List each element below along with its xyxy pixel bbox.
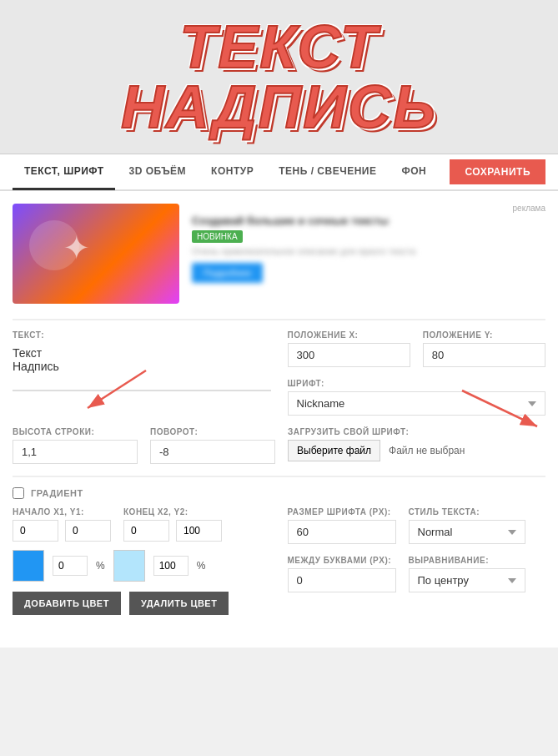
font-size-group: РАЗМЕР ШРИФТА (PX): xyxy=(288,507,396,544)
end-label: КОНЕЦ X2, Y2: xyxy=(123,507,222,517)
row-height-label: ВЫСОТА СТРОКИ: xyxy=(13,427,138,436)
promo-text: реклама Создавай большие и сочные тексты… xyxy=(192,204,545,283)
gradient-coords: НАЧАЛО X1, Y1: КОНЕЦ X2, Y2: xyxy=(13,507,271,542)
end-y-input[interactable] xyxy=(176,520,222,542)
start-coord-pair xyxy=(13,520,111,542)
section-divider-2 xyxy=(13,476,545,477)
preview-text: ТЕКСТ НАДПИСЬ xyxy=(121,17,437,137)
color-actions: ДОБАВИТЬ ЦВЕТ УДАЛИТЬ ЦВЕТ xyxy=(13,592,271,615)
alignment-group: ВЫРАВНИВАНИЕ: По левому краю По центру П… xyxy=(409,556,525,592)
promo-block: реклама Создавай большие и сочные тексты… xyxy=(13,204,545,304)
alignment-select[interactable]: По левому краю По центру По правому краю xyxy=(409,568,525,592)
gradient-two-col: НАЧАЛО X1, Y1: КОНЕЦ X2, Y2: xyxy=(13,507,545,623)
end-coord-group: КОНЕЦ X2, Y2: xyxy=(123,507,222,542)
letter-spacing-label: МЕЖДУ БУКВАМИ (PX): xyxy=(288,556,396,565)
pos-x-label: ПОЛОЖЕНИЕ X: xyxy=(288,330,410,340)
pos-y-group: ПОЛОЖЕНИЕ Y: xyxy=(423,330,545,367)
promo-badge: НОВИНКА xyxy=(192,230,243,243)
font-group: ШРИФТ: Nickname Arial Times New Roman xyxy=(288,379,546,416)
letter-spacing-input[interactable] xyxy=(288,568,396,592)
font-size-label: РАЗМЕР ШРИФТА (PX): xyxy=(288,507,396,517)
color-stops: % % xyxy=(13,550,271,582)
text-style-label: СТИЛЬ ТЕКСТА: xyxy=(409,507,525,517)
pos-x-group: ПОЛОЖЕНИЕ X: xyxy=(288,330,410,367)
svg-line-1 xyxy=(88,370,146,408)
arrow-2 xyxy=(454,386,554,432)
font-size-input[interactable] xyxy=(288,520,396,544)
text-style-group: СТИЛЬ ТЕКСТА: Normal Bold Italic Bold It… xyxy=(409,507,525,544)
gradient-label: ГРАДИЕНТ xyxy=(31,488,83,498)
rotation-input[interactable] xyxy=(150,440,275,464)
pos-y-label: ПОЛОЖЕНИЕ Y: xyxy=(423,330,545,340)
color-swatch-2[interactable] xyxy=(113,550,145,582)
text-group: ТЕКСТ: Текст Надпись xyxy=(13,330,271,391)
start-coord-group: НАЧАЛО X1, Y1: xyxy=(13,507,111,542)
file-name-label: Файл не выбран xyxy=(389,445,465,456)
gradient-checkbox[interactable] xyxy=(13,487,24,499)
start-x-input[interactable] xyxy=(13,520,58,542)
promo-desc: Очень привлекательное описание для ярког… xyxy=(192,246,545,256)
add-color-button[interactable]: ДОБАВИТЬ ЦВЕТ xyxy=(13,592,121,615)
rotation-label: ПОВОРОТ: xyxy=(150,427,275,436)
tab-3d-volume[interactable]: 3D ОБЪЁМ xyxy=(117,154,198,190)
text-style-select[interactable]: Normal Bold Italic Bold Italic xyxy=(409,520,525,544)
preview-area: ТЕКСТ НАДПИСЬ xyxy=(0,0,558,154)
gradient-header: ГРАДИЕНТ xyxy=(13,487,545,499)
percent-sign-1: % xyxy=(96,560,105,572)
spacing-align-row: МЕЖДУ БУКВАМИ (PX): ВЫРАВНИВАНИЕ: По лев… xyxy=(288,556,546,592)
promo-title: Создавай большие и сочные тексты xyxy=(192,214,545,227)
pos-y-input[interactable] xyxy=(423,343,545,367)
ad-label: реклама xyxy=(192,204,545,213)
row-height-input[interactable] xyxy=(13,440,138,464)
position-row: ПОЛОЖЕНИЕ X: ПОЛОЖЕНИЕ Y: xyxy=(288,330,546,367)
promo-cta-button[interactable]: Подробнее xyxy=(192,263,263,283)
end-x-input[interactable] xyxy=(123,520,169,542)
start-y-input[interactable] xyxy=(65,520,111,542)
tab-bg[interactable]: ФОН xyxy=(390,154,438,190)
tab-text-font[interactable]: ТЕКСТ, ШРИФТ xyxy=(13,154,115,190)
color-swatch-1[interactable] xyxy=(13,550,44,582)
pos-x-input[interactable] xyxy=(288,343,410,367)
tab-shadow[interactable]: ТЕНЬ / СВЕЧЕНИЕ xyxy=(267,154,388,190)
remove-color-button[interactable]: УДАЛИТЬ ЦВЕТ xyxy=(129,592,229,615)
alignment-label: ВЫРАВНИВАНИЕ: xyxy=(409,556,525,565)
file-upload-row: Выберите файл Файл не выбран xyxy=(288,440,545,461)
percent-sign-2: % xyxy=(197,560,206,572)
height-rotation-row: ВЫСОТА СТРОКИ: ПОВОРОТ: ЗАГРУЗИТЬ СВОЙ Ш… xyxy=(13,427,545,464)
tab-contour[interactable]: КОНТУР xyxy=(199,154,265,190)
font-size-style-row: РАЗМЕР ШРИФТА (PX): СТИЛЬ ТЕКСТА: Normal… xyxy=(288,507,546,544)
main-content: реклама Создавай большие и сочные тексты… xyxy=(0,191,558,648)
upload-group: ЗАГРУЗИТЬ СВОЙ ШРИФТ: Выберите файл Файл… xyxy=(288,427,545,461)
gradient-right: РАЗМЕР ШРИФТА (PX): СТИЛЬ ТЕКСТА: Normal… xyxy=(288,507,546,623)
color-percent-2[interactable] xyxy=(153,556,189,576)
save-button[interactable]: СОХРАНИТЬ xyxy=(450,159,545,184)
file-choose-button[interactable]: Выберите файл xyxy=(288,440,380,461)
letter-spacing-group: МЕЖДУ БУКВАМИ (PX): xyxy=(288,556,396,592)
text-label: ТЕКСТ: xyxy=(13,330,271,340)
end-coord-pair xyxy=(123,520,222,542)
left-col: ТЕКСТ: Текст Надпись xyxy=(13,330,271,416)
start-label: НАЧАЛО X1, Y1: xyxy=(13,507,111,517)
toolbar: ТЕКСТ, ШРИФТ 3D ОБЪЁМ КОНТУР ТЕНЬ / СВЕЧ… xyxy=(0,154,558,191)
arrow-1 xyxy=(79,366,154,416)
gradient-left: НАЧАЛО X1, Y1: КОНЕЦ X2, Y2: xyxy=(13,507,271,623)
gradient-section: ГРАДИЕНТ НАЧАЛО X1, Y1: КОНЕЦ X2, Y2: xyxy=(13,487,545,623)
right-col: ПОЛОЖЕНИЕ X: ПОЛОЖЕНИЕ Y: ШРИФТ: Nicknam… xyxy=(288,330,546,416)
row-height-group: ВЫСОТА СТРОКИ: xyxy=(13,427,138,464)
section-divider-1 xyxy=(13,319,545,320)
promo-image xyxy=(13,204,179,304)
color-percent-1[interactable] xyxy=(53,556,88,576)
rotation-group: ПОВОРОТ: xyxy=(150,427,275,464)
text-position-row: ТЕКСТ: Текст Надпись xyxy=(13,330,545,416)
svg-line-3 xyxy=(462,391,537,426)
